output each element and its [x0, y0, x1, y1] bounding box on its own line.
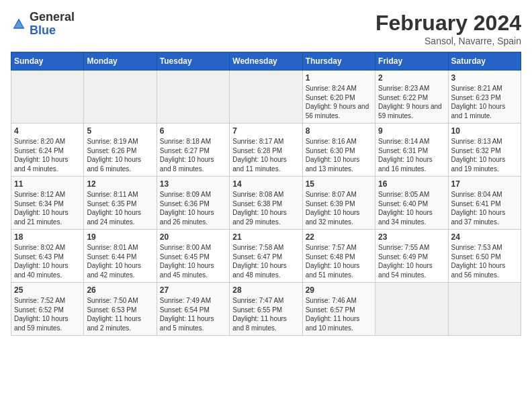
calendar-week-row: 18Sunrise: 8:02 AM Sunset: 6:43 PM Dayli… [11, 230, 521, 283]
day-number: 5 [87, 126, 153, 136]
day-info: Sunrise: 7:46 AM Sunset: 6:57 PM Dayligh… [306, 296, 372, 332]
calendar-cell: 27Sunrise: 7:49 AM Sunset: 6:54 PM Dayli… [157, 283, 229, 336]
calendar-cell: 2Sunrise: 8:23 AM Sunset: 6:22 PM Daylig… [375, 71, 448, 124]
day-info: Sunrise: 8:00 AM Sunset: 6:45 PM Dayligh… [160, 243, 226, 279]
calendar-cell: 5Sunrise: 8:19 AM Sunset: 6:26 PM Daylig… [84, 124, 157, 177]
calendar-cell: 20Sunrise: 8:00 AM Sunset: 6:45 PM Dayli… [157, 230, 229, 283]
day-info: Sunrise: 8:14 AM Sunset: 6:31 PM Dayligh… [378, 137, 445, 173]
logo-general-text: General [30, 10, 75, 24]
day-info: Sunrise: 8:12 AM Sunset: 6:34 PM Dayligh… [14, 190, 81, 226]
weekday-header: Saturday [448, 52, 521, 71]
weekday-header: Tuesday [157, 52, 229, 71]
day-number: 17 [451, 179, 518, 189]
calendar-cell [157, 71, 229, 124]
day-info: Sunrise: 8:13 AM Sunset: 6:32 PM Dayligh… [451, 137, 518, 173]
day-info: Sunrise: 8:21 AM Sunset: 6:23 PM Dayligh… [451, 84, 518, 120]
calendar-cell: 26Sunrise: 7:50 AM Sunset: 6:53 PM Dayli… [84, 283, 157, 336]
day-info: Sunrise: 7:58 AM Sunset: 6:47 PM Dayligh… [232, 243, 299, 279]
day-info: Sunrise: 8:05 AM Sunset: 6:40 PM Dayligh… [378, 190, 445, 226]
day-number: 1 [306, 73, 372, 83]
day-info: Sunrise: 8:18 AM Sunset: 6:27 PM Dayligh… [160, 137, 226, 173]
weekday-row: SundayMondayTuesdayWednesdayThursdayFrid… [11, 52, 521, 71]
calendar-body: 1Sunrise: 8:24 AM Sunset: 6:20 PM Daylig… [11, 71, 521, 336]
day-info: Sunrise: 8:17 AM Sunset: 6:28 PM Dayligh… [232, 137, 299, 173]
day-number: 18 [14, 232, 81, 242]
day-number: 25 [14, 285, 81, 295]
day-number: 7 [232, 126, 299, 136]
day-number: 29 [306, 285, 372, 295]
day-number: 9 [378, 126, 445, 136]
day-number: 24 [451, 232, 518, 242]
day-number: 12 [87, 179, 153, 189]
day-info: Sunrise: 8:19 AM Sunset: 6:26 PM Dayligh… [87, 137, 153, 173]
weekday-header: Thursday [302, 52, 375, 71]
calendar-cell: 18Sunrise: 8:02 AM Sunset: 6:43 PM Dayli… [11, 230, 84, 283]
calendar-week-row: 11Sunrise: 8:12 AM Sunset: 6:34 PM Dayli… [11, 177, 521, 230]
day-info: Sunrise: 8:08 AM Sunset: 6:38 PM Dayligh… [232, 190, 299, 226]
calendar-cell: 15Sunrise: 8:07 AM Sunset: 6:39 PM Dayli… [302, 177, 375, 230]
day-number: 14 [232, 179, 299, 189]
day-number: 10 [451, 126, 518, 136]
calendar-cell: 11Sunrise: 8:12 AM Sunset: 6:34 PM Dayli… [11, 177, 84, 230]
calendar-cell [11, 71, 84, 124]
day-info: Sunrise: 8:24 AM Sunset: 6:20 PM Dayligh… [306, 84, 372, 120]
day-number: 13 [160, 179, 226, 189]
calendar-title: February 2024 [375, 11, 521, 36]
day-info: Sunrise: 7:53 AM Sunset: 6:50 PM Dayligh… [451, 243, 518, 279]
day-info: Sunrise: 7:55 AM Sunset: 6:49 PM Dayligh… [378, 243, 445, 279]
day-number: 23 [378, 232, 445, 242]
page-header: General Blue February 2024 Sansol, Navar… [11, 11, 521, 46]
weekday-header: Sunday [11, 52, 84, 71]
calendar-cell: 4Sunrise: 8:20 AM Sunset: 6:24 PM Daylig… [11, 124, 84, 177]
day-number: 3 [451, 73, 518, 83]
day-info: Sunrise: 8:20 AM Sunset: 6:24 PM Dayligh… [14, 137, 81, 173]
calendar-header: SundayMondayTuesdayWednesdayThursdayFrid… [11, 52, 521, 71]
day-number: 2 [378, 73, 445, 83]
calendar-cell [230, 71, 302, 124]
calendar-week-row: 4Sunrise: 8:20 AM Sunset: 6:24 PM Daylig… [11, 124, 521, 177]
calendar-cell [448, 283, 521, 336]
day-number: 21 [232, 232, 299, 242]
calendar-week-row: 25Sunrise: 7:52 AM Sunset: 6:52 PM Dayli… [11, 283, 521, 336]
logo-icon [11, 16, 27, 32]
title-block: February 2024 Sansol, Navarre, Spain [375, 11, 521, 46]
day-info: Sunrise: 8:01 AM Sunset: 6:44 PM Dayligh… [87, 243, 153, 279]
day-info: Sunrise: 7:49 AM Sunset: 6:54 PM Dayligh… [160, 296, 226, 332]
day-number: 6 [160, 126, 226, 136]
calendar-cell: 25Sunrise: 7:52 AM Sunset: 6:52 PM Dayli… [11, 283, 84, 336]
day-info: Sunrise: 8:09 AM Sunset: 6:36 PM Dayligh… [160, 190, 226, 226]
weekday-header: Wednesday [230, 52, 302, 71]
calendar-week-row: 1Sunrise: 8:24 AM Sunset: 6:20 PM Daylig… [11, 71, 521, 124]
day-info: Sunrise: 8:07 AM Sunset: 6:39 PM Dayligh… [306, 190, 372, 226]
logo: General Blue [11, 11, 75, 38]
calendar-cell: 16Sunrise: 8:05 AM Sunset: 6:40 PM Dayli… [375, 177, 448, 230]
calendar-cell: 29Sunrise: 7:46 AM Sunset: 6:57 PM Dayli… [302, 283, 375, 336]
calendar-cell: 13Sunrise: 8:09 AM Sunset: 6:36 PM Dayli… [157, 177, 229, 230]
day-info: Sunrise: 8:16 AM Sunset: 6:30 PM Dayligh… [306, 137, 372, 173]
day-number: 8 [306, 126, 372, 136]
calendar-cell: 3Sunrise: 8:21 AM Sunset: 6:23 PM Daylig… [448, 71, 521, 124]
calendar-cell: 10Sunrise: 8:13 AM Sunset: 6:32 PM Dayli… [448, 124, 521, 177]
day-info: Sunrise: 7:47 AM Sunset: 6:55 PM Dayligh… [232, 296, 299, 332]
calendar-cell: 1Sunrise: 8:24 AM Sunset: 6:20 PM Daylig… [302, 71, 375, 124]
calendar-cell: 6Sunrise: 8:18 AM Sunset: 6:27 PM Daylig… [157, 124, 229, 177]
logo-blue-text: Blue [30, 24, 56, 37]
day-number: 20 [160, 232, 226, 242]
calendar-cell: 21Sunrise: 7:58 AM Sunset: 6:47 PM Dayli… [230, 230, 302, 283]
day-info: Sunrise: 7:57 AM Sunset: 6:48 PM Dayligh… [306, 243, 372, 279]
weekday-header: Friday [375, 52, 448, 71]
day-number: 22 [306, 232, 372, 242]
day-number: 4 [14, 126, 81, 136]
svg-marker-1 [14, 21, 24, 28]
calendar-cell: 14Sunrise: 8:08 AM Sunset: 6:38 PM Dayli… [230, 177, 302, 230]
weekday-header: Monday [84, 52, 157, 71]
calendar-subtitle: Sansol, Navarre, Spain [375, 36, 521, 46]
calendar-cell: 28Sunrise: 7:47 AM Sunset: 6:55 PM Dayli… [230, 283, 302, 336]
day-info: Sunrise: 8:02 AM Sunset: 6:43 PM Dayligh… [14, 243, 81, 279]
calendar-cell [84, 71, 157, 124]
calendar-cell: 7Sunrise: 8:17 AM Sunset: 6:28 PM Daylig… [230, 124, 302, 177]
day-info: Sunrise: 8:11 AM Sunset: 6:35 PM Dayligh… [87, 190, 153, 226]
day-number: 19 [87, 232, 153, 242]
day-number: 16 [378, 179, 445, 189]
calendar-cell: 24Sunrise: 7:53 AM Sunset: 6:50 PM Dayli… [448, 230, 521, 283]
